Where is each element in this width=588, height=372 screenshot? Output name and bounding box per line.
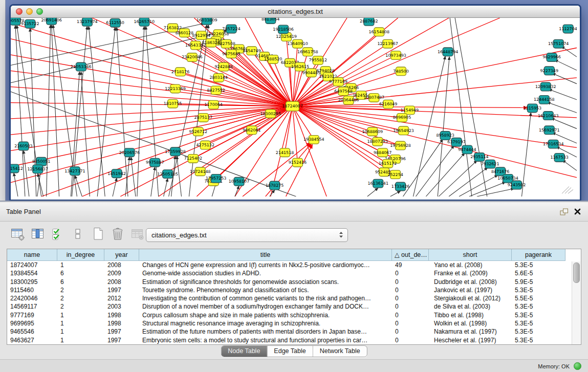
svg-text:1678275: 1678275	[266, 183, 284, 188]
table-row[interactable]: 1872400712008Changes of HCN gene express…	[7, 261, 572, 269]
table-row[interactable]: 946362711997Embryonic stem cells: a mode…	[7, 336, 572, 344]
graph-node[interactable]: 13427371	[64, 167, 85, 176]
graph-node[interactable]: 12156837	[28, 165, 49, 173]
graph-node[interactable]: 9152416	[289, 158, 307, 167]
graph-node[interactable]: 9526712	[189, 127, 207, 136]
graph-node[interactable]: 3915412	[11, 164, 23, 173]
graph-node[interactable]: 9227349	[540, 67, 558, 75]
table-cell: 0	[392, 327, 429, 336]
graph-node[interactable]: 13237974	[77, 18, 98, 26]
graph-node[interactable]: 8813054	[262, 18, 279, 24]
table-row[interactable]: 946554611997Estimation of the future num…	[7, 327, 572, 336]
graph-node[interactable]: 9975887	[146, 158, 164, 167]
graph-node[interactable]: 1451942	[107, 169, 125, 178]
graph-node[interactable]: 12213967	[377, 39, 398, 48]
graph-node[interactable]: 1733426	[391, 182, 409, 191]
network-window[interactable]: citations_edges.txt 18300295716382288601…	[9, 4, 581, 201]
column-chooser-icon[interactable]	[30, 226, 46, 242]
graph-node[interactable]: 15692971	[539, 126, 560, 135]
column-header-in_degree[interactable]: in_degree	[57, 249, 104, 261]
svg-text:6379197: 6379197	[447, 140, 465, 144]
graph-node[interactable]: 16961758	[297, 48, 318, 56]
table-row[interactable]: 1938455462009Genome-wide association stu…	[7, 269, 572, 277]
graph-node[interactable]: 16448794	[438, 48, 459, 56]
column-header-short[interactable]: short	[429, 249, 512, 261]
graph-node[interactable]: 10688609	[362, 127, 383, 136]
graph-node[interactable]: 7955812	[309, 56, 327, 65]
graph-node[interactable]: 1810755	[164, 99, 182, 108]
graph-node[interactable]: 6112550	[106, 18, 124, 27]
graph-node[interactable]: 15751074	[548, 39, 569, 48]
canvas-resize-grip[interactable]	[562, 187, 573, 194]
graph-node[interactable]: 17016534	[543, 140, 564, 148]
graph-node[interactable]: 20691406	[41, 18, 62, 25]
select-all-rows-icon[interactable]	[50, 226, 66, 242]
column-header-title[interactable]: title	[139, 249, 392, 261]
svg-text:13237974: 13237974	[77, 19, 98, 24]
table-cell: 9777169	[7, 311, 57, 319]
graph-node[interactable]: 19654923	[393, 126, 414, 135]
graph-node[interactable]: 1167533	[550, 154, 568, 162]
network-canvas[interactable]: 1830029571638228860128891295423226058982…	[11, 18, 577, 196]
table-cell: 2	[57, 302, 104, 311]
graph-node[interactable]: 12444158	[534, 96, 555, 104]
close-panel-icon[interactable]	[574, 208, 581, 215]
graph-node[interactable]: 12213369	[165, 84, 186, 93]
column-header-name[interactable]: name	[7, 249, 57, 261]
graph-node[interactable]: 16154808	[368, 28, 389, 36]
graph-node[interactable]: 748500	[393, 67, 408, 76]
svg-text:16154808: 16154808	[368, 30, 389, 34]
graph-edge	[413, 56, 445, 196]
new-table-icon[interactable]	[90, 226, 105, 242]
trash-icon[interactable]	[110, 226, 125, 242]
graph-node[interactable]: 10724148	[190, 167, 211, 176]
graph-node[interactable]: 16136141	[367, 179, 388, 188]
graph-node[interactable]: 20206576	[119, 148, 140, 157]
table-row[interactable]: 2242004622012Investigating the contribut…	[7, 294, 572, 302]
zoom-window-icon[interactable]	[36, 8, 43, 15]
graph-node[interactable]: 2141518	[276, 148, 294, 157]
graph-node[interactable]: 16033809	[197, 18, 217, 25]
scrollbar-thumb[interactable]	[573, 262, 580, 283]
float-panel-icon[interactable]	[560, 208, 569, 216]
tab-node-table[interactable]: Node Table	[221, 346, 267, 357]
graph-node[interactable]: 23420046	[182, 53, 203, 62]
graph-node[interactable]: 16210643	[538, 112, 559, 120]
close-window-icon[interactable]	[16, 8, 23, 15]
table-cell: Franke et al. (2009)	[429, 269, 512, 277]
graph-node[interactable]: 1678275	[266, 181, 284, 190]
table-row[interactable]: 1830029562008Estimation of significance …	[7, 278, 572, 286]
graph-node[interactable]: 1170064	[204, 100, 222, 109]
column-header-out-degree[interactable]: △ out_de…	[392, 249, 429, 261]
graph-node[interactable]: 9474444	[458, 145, 476, 154]
table-vertical-scrollbar[interactable]	[572, 261, 580, 344]
graph-node[interactable]: 1112704	[559, 25, 577, 33]
table-row[interactable]: 977716911998Corpus callosum shape and si…	[7, 311, 572, 319]
table-cell: 5.6E-5	[512, 269, 565, 277]
table-row[interactable]: 911546021997Tourette syndrome. Phenomeno…	[7, 286, 572, 294]
graph-node[interactable]: 2160503	[14, 142, 32, 150]
graph-node[interactable]: 19218506	[273, 25, 294, 34]
table-row[interactable]: 1456911722003Disruption of a novel membe…	[7, 302, 572, 311]
tab-network-table[interactable]: Network Table	[313, 346, 367, 357]
svg-text:10688609: 10688609	[362, 129, 383, 134]
svg-text:9862061: 9862061	[243, 128, 260, 133]
column-header-pagerank[interactable]: pagerank	[512, 249, 565, 261]
graph-node[interactable]: 12505185	[157, 170, 178, 179]
graph-node[interactable]: 16265710	[134, 18, 155, 26]
row-options-icon[interactable]	[70, 226, 85, 242]
tab-edge-table[interactable]: Edge Table	[267, 346, 312, 357]
network-window-titlebar[interactable]: citations_edges.txt	[11, 6, 580, 18]
table-settings-icon[interactable]	[10, 226, 26, 242]
column-header-year[interactable]: year	[104, 249, 139, 261]
graph-node[interactable]: 12093832	[535, 82, 556, 91]
graph-node[interactable]: 19384554	[303, 136, 324, 144]
table-row[interactable]: 969969511998Structural magnetic resonanc…	[7, 319, 572, 327]
graph-node[interactable]: 2887682	[360, 18, 378, 26]
graph-node[interactable]: 2803144	[209, 74, 227, 82]
minimize-window-icon[interactable]	[26, 8, 33, 15]
table-selector-dropdown[interactable]: citations_edges.txt	[146, 228, 348, 242]
table-cell: 19384554	[7, 269, 57, 277]
graph-node[interactable]: 1215953	[524, 104, 541, 113]
graph-node[interactable]: 10973493	[385, 51, 406, 60]
